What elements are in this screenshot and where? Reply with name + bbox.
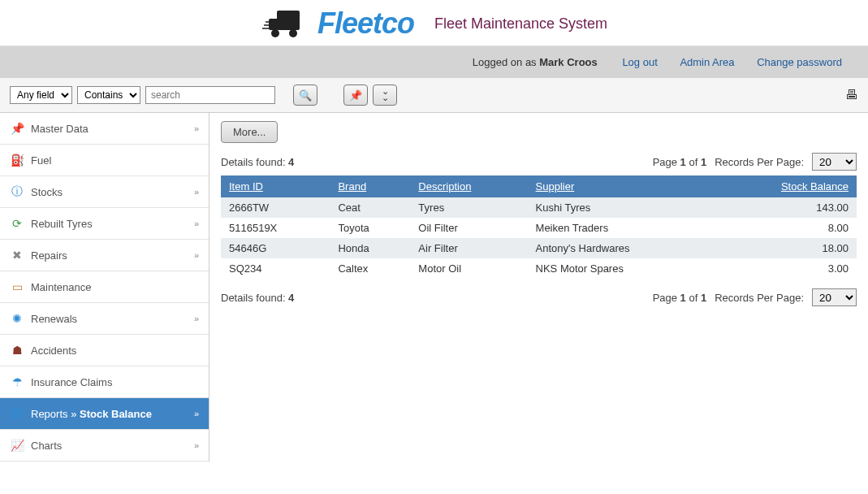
table-row[interactable]: SQ234CaltexMotor OilNKS Motor Spares3.00 <box>221 258 857 279</box>
cell: 54646G <box>221 238 330 258</box>
logged-on-text: Logged on as Mark Croos <box>473 56 601 68</box>
sidebar-item-label: Renewals <box>31 313 77 325</box>
chevron-right-icon: » <box>194 124 199 133</box>
cell: Antony's Hardwares <box>528 238 715 258</box>
toolbar: Any field Contains 🔍 📌 ⌄⌄ 🖶 <box>0 78 868 113</box>
cell: 5116519X <box>221 218 330 238</box>
table-row[interactable]: 5116519XToyotaOil FilterMeiken Traders8.… <box>221 218 857 238</box>
cell: Air Filter <box>410 238 527 258</box>
reports-icon: 🗐 <box>10 406 24 421</box>
userbar: Logged on as Mark Croos Log out Admin Ar… <box>0 46 868 78</box>
sidebar-item-label: Stocks <box>31 186 63 198</box>
charts-icon: 📈 <box>10 438 24 453</box>
chevron-right-icon: » <box>194 219 199 228</box>
sidebar-item-charts[interactable]: 📈Charts» <box>0 430 209 462</box>
col-header[interactable]: Item ID <box>221 176 330 197</box>
sidebar-item-repairs[interactable]: ✖Repairs» <box>0 240 209 271</box>
logout-link[interactable]: Log out <box>622 56 657 68</box>
chevron-right-icon: » <box>194 314 199 323</box>
svg-rect-0 <box>277 11 300 30</box>
stocks-icon: ⓘ <box>10 184 24 199</box>
header: Fleetco Fleet Maintenance System <box>0 0 868 46</box>
sidebar-item-master-data[interactable]: 📌Master Data» <box>0 113 209 145</box>
search-button[interactable]: 🔍 <box>293 84 317 106</box>
col-header[interactable]: Supplier <box>528 176 715 197</box>
search-icon: 🔍 <box>299 89 312 102</box>
chevron-right-icon: » <box>194 440 199 450</box>
print-button[interactable]: 🖶 <box>845 88 858 102</box>
rpp-label: Records Per Page: <box>715 292 804 304</box>
sidebar-item-label: Maintenance <box>31 281 91 293</box>
master-data-icon: 📌 <box>10 121 24 136</box>
sidebar-item-reports[interactable]: 🗐Reports » Stock Balance» <box>0 398 209 430</box>
table-row[interactable]: 2666TWCeatTyresKushi Tyres143.00 <box>221 197 857 218</box>
more-button[interactable]: More... <box>221 121 278 143</box>
field-select[interactable]: Any field <box>10 86 72 104</box>
sidebar-item-rebuilt-tyres[interactable]: ⟳Rebuilt Tyres» <box>0 208 209 240</box>
cell: Honda <box>330 238 410 258</box>
sidebar-item-accidents[interactable]: ☗Accidents <box>0 335 209 366</box>
cell: Toyota <box>330 218 410 238</box>
cell: Caltex <box>330 258 410 279</box>
pin-button[interactable]: 📌 <box>343 84 368 106</box>
tagline: Fleet Maintenance System <box>434 15 607 32</box>
svg-point-2 <box>271 29 279 37</box>
details-row-bottom: Details found: 4 Page 1 of 1 Records Per… <box>221 288 857 306</box>
cell: NKS Motor Spares <box>528 258 715 279</box>
expand-button[interactable]: ⌄⌄ <box>373 84 397 106</box>
sidebar-item-renewals[interactable]: ✺Renewals» <box>0 303 209 335</box>
pin-icon: 📌 <box>349 89 362 102</box>
cell: Motor Oil <box>410 258 527 279</box>
sidebar: 📌Master Data»⛽FuelⓘStocks»⟳Rebuilt Tyres… <box>0 113 209 462</box>
sidebar-item-maintenance[interactable]: ▭Maintenance <box>0 271 209 303</box>
sidebar-item-label: Fuel <box>31 154 51 167</box>
sidebar-item-insurance-claims[interactable]: ☂Insurance Claims <box>0 366 209 398</box>
main-content: More... Details found: 4 Page 1 of 1 Rec… <box>209 113 868 462</box>
sidebar-item-stocks[interactable]: ⓘStocks» <box>0 176 209 208</box>
cell: Tyres <box>410 197 527 218</box>
operator-select[interactable]: Contains <box>77 86 140 104</box>
cell: Kushi Tyres <box>528 197 715 218</box>
renewals-icon: ✺ <box>10 311 24 326</box>
sidebar-item-fuel[interactable]: ⛽Fuel <box>0 145 209 176</box>
chevron-down-double-icon: ⌄⌄ <box>382 89 389 101</box>
chevron-right-icon: » <box>194 187 199 197</box>
cell: Ceat <box>330 197 410 218</box>
data-table: Item IDBrandDescriptionSupplierStock Bal… <box>221 176 857 279</box>
rpp-select-top[interactable]: 20 <box>812 153 857 171</box>
rpp-label: Records Per Page: <box>715 156 804 168</box>
repairs-icon: ✖ <box>10 248 24 262</box>
chevron-right-icon: » <box>194 250 199 260</box>
col-header[interactable]: Description <box>410 176 527 197</box>
maintenance-icon: ▭ <box>10 280 24 294</box>
fuel-icon: ⛽ <box>10 153 24 167</box>
search-input[interactable] <box>145 86 275 104</box>
sidebar-item-label: Repairs <box>31 249 67 262</box>
col-header[interactable]: Stock Balance <box>715 176 857 197</box>
sidebar-item-label: Rebuilt Tyres <box>31 218 93 230</box>
col-header[interactable]: Brand <box>330 176 410 197</box>
sidebar-item-label: Reports » Stock Balance <box>31 408 152 420</box>
page-indicator: Page 1 of 1 <box>653 156 707 168</box>
cell: SQ234 <box>221 258 330 279</box>
svg-rect-1 <box>269 19 279 30</box>
insurance-claims-icon: ☂ <box>10 375 24 389</box>
accidents-icon: ☗ <box>10 343 24 358</box>
cell: Meiken Traders <box>528 218 715 238</box>
cell: 3.00 <box>715 258 857 279</box>
change-password-link[interactable]: Change password <box>757 56 842 68</box>
cell: 18.00 <box>715 238 857 258</box>
truck-icon <box>261 7 309 40</box>
table-row[interactable]: 54646GHondaAir FilterAntony's Hardwares1… <box>221 238 857 258</box>
cell: Oil Filter <box>410 218 527 238</box>
sidebar-item-label: Charts <box>31 440 62 452</box>
sidebar-item-label: Master Data <box>31 123 89 135</box>
cell: 143.00 <box>715 197 857 218</box>
details-row-top: Details found: 4 Page 1 of 1 Records Per… <box>221 153 857 171</box>
rebuilt-tyres-icon: ⟳ <box>10 216 24 231</box>
cell: 2666TW <box>221 197 330 218</box>
svg-point-3 <box>289 29 297 37</box>
rpp-select-bottom[interactable]: 20 <box>812 288 857 306</box>
chevron-right-icon: » <box>194 409 199 418</box>
admin-area-link[interactable]: Admin Area <box>680 56 734 68</box>
